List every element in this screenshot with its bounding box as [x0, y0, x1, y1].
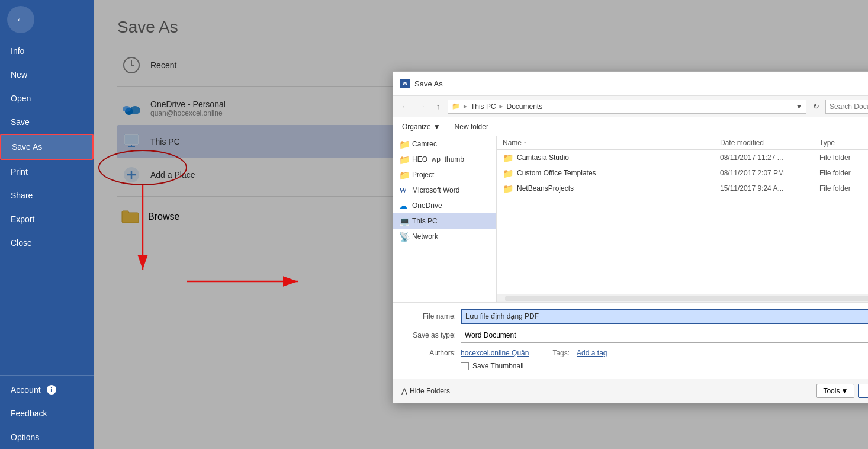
search-box: 🔍 — [825, 100, 868, 114]
filename-label: File name: — [401, 312, 461, 320]
filename-input[interactable] — [465, 312, 868, 320]
saveastype-select[interactable]: Word Document ▼ — [461, 328, 868, 343]
file-type: File folder — [819, 169, 868, 177]
file-type: File folder — [819, 153, 868, 162]
folder-icon: 📁 — [399, 139, 409, 149]
col-date-header[interactable]: Date modified — [720, 139, 815, 147]
footer-buttons: Tools ▼ Save Cancel — [816, 384, 868, 398]
thumbnail-row: Save Thumbnail — [401, 360, 868, 373]
authors-value[interactable]: hocexcel.online Quân — [461, 349, 529, 357]
saveastype-row: Save as type: Word Document ▼ — [401, 328, 868, 343]
sort-arrow-icon: ↑ — [523, 140, 526, 146]
authors-label: Authors: — [401, 349, 461, 357]
address-toolbar: ← → ↑ 📁 ► This PC ► Documents ▼ ↻ 🔍 — [393, 96, 868, 117]
saveastype-value: Word Document — [465, 331, 516, 339]
thumbnail-label: Save Thumbnail — [472, 362, 524, 370]
divider — [0, 375, 94, 376]
dialog-content: 📁 Camrec 📁 HEO_wp_thumb 📁 Project W Micr… — [393, 136, 868, 302]
file-list: 📁 Camtasia Studio 08/11/2017 11:27 ... F… — [497, 150, 868, 294]
nav-microsoft-word[interactable]: W Microsoft Word — [393, 182, 496, 198]
tools-button[interactable]: Tools ▼ — [816, 384, 854, 398]
file-row[interactable]: 📁 Custom Office Templates 08/11/2017 2:0… — [497, 165, 868, 181]
word-nav-icon: W — [399, 185, 409, 195]
onedrive-nav-icon: ☁ — [399, 201, 409, 210]
back-button[interactable]: ← — [7, 6, 34, 33]
hide-folders-button[interactable]: ⋀ Hide Folders — [401, 387, 450, 395]
new-folder-button[interactable]: New folder — [449, 121, 494, 133]
address-bar[interactable]: 📁 ► This PC ► Documents ▼ — [448, 100, 806, 114]
chevron-up-icon: ⋀ — [401, 387, 407, 395]
filename-input-wrapper: ▼ — [461, 309, 868, 324]
nav-network[interactable]: 📡 Network — [393, 229, 496, 244]
file-name: Camtasia Studio — [517, 153, 715, 162]
right-file-pane: Name ↑ Date modified Type Size 📁 Camtasi… — [497, 136, 868, 302]
file-row[interactable]: 📁 NetBeansProjects 15/11/2017 9:24 A... … — [497, 181, 868, 196]
up-button[interactable]: ↑ — [431, 100, 445, 114]
path-documents: Documents — [507, 102, 543, 111]
dialog-title-text: W Save As — [400, 79, 443, 88]
info-icon: i — [47, 385, 56, 395]
file-type: File folder — [819, 184, 868, 193]
tags-label: Tags: — [552, 349, 573, 357]
sidebar-item-export[interactable]: Export — [0, 207, 94, 231]
file-row[interactable]: 📁 Camtasia Studio 08/11/2017 11:27 ... F… — [497, 150, 868, 165]
sidebar-item-share[interactable]: Share — [0, 184, 94, 207]
folder-icon: 📁 — [503, 184, 512, 193]
sidebar-item-account[interactable]: Account i — [0, 378, 94, 402]
file-name: Custom Office Templates — [517, 169, 715, 177]
dialog-footer: ⋀ Hide Folders Tools ▼ Save Cancel — [393, 379, 868, 403]
address-dropdown[interactable]: ▼ — [796, 103, 802, 110]
organize-button[interactable]: Organize ▼ — [398, 121, 445, 133]
organize-toolbar: Organize ▼ New folder ☷ ▼ ? — [393, 117, 868, 136]
chevron-icon: ► — [462, 103, 468, 110]
folder-icon: 📁 — [503, 153, 512, 162]
main-area: Save As Recent OneDrive - Personal quan@… — [94, 0, 868, 449]
thumbnail-checkbox[interactable] — [461, 362, 469, 370]
nav-heo-wp[interactable]: 📁 HEO_wp_thumb — [393, 152, 496, 167]
sidebar-item-options[interactable]: Options — [0, 425, 94, 449]
nav-onedrive[interactable]: ☁ OneDrive — [393, 198, 496, 213]
sidebar-item-close[interactable]: Close — [0, 231, 94, 255]
folder-icon: 📁 — [399, 155, 409, 164]
sidebar-item-open[interactable]: Open — [0, 86, 94, 110]
path-this-pc: This PC — [471, 102, 496, 111]
folder-icon: 📁 — [399, 170, 409, 179]
dialog-overlay: W Save As ✕ ← → ↑ 📁 ► This PC ► Document… — [94, 0, 868, 449]
sidebar-item-feedback[interactable]: Feedback — [0, 402, 94, 425]
sidebar-item-info[interactable]: Info — [0, 39, 94, 63]
tools-chevron-icon: ▼ — [841, 387, 848, 395]
path-icon: 📁 — [452, 102, 460, 110]
dialog-title-label: Save As — [414, 79, 443, 88]
pc-nav-icon: 💻 — [399, 216, 409, 226]
save-button[interactable]: Save — [858, 384, 868, 398]
nav-camrec[interactable]: 📁 Camrec — [393, 136, 496, 152]
saveastype-label: Save as type: — [401, 331, 461, 339]
save-as-dialog: W Save As ✕ ← → ↑ 📁 ► This PC ► Document… — [393, 71, 868, 403]
word-icon: W — [400, 79, 410, 88]
file-date: 08/11/2017 11:27 ... — [720, 153, 815, 162]
search-input[interactable] — [830, 102, 868, 111]
organize-chevron-icon: ▼ — [433, 123, 441, 131]
col-name-header[interactable]: Name ↑ — [503, 139, 715, 147]
horizontal-scrollbar[interactable] — [497, 294, 868, 302]
nav-project[interactable]: 📁 Project — [393, 167, 496, 182]
tags-value[interactable]: Add a tag — [577, 349, 607, 357]
file-list-header: Name ↑ Date modified Type Size — [497, 136, 868, 150]
sidebar-item-save[interactable]: Save — [0, 110, 94, 134]
authors-row: Authors: hocexcel.online Quân Tags: Add … — [401, 347, 868, 360]
sidebar-item-print[interactable]: Print — [0, 160, 94, 184]
col-type-header[interactable]: Type — [819, 139, 868, 147]
folder-icon: 📁 — [503, 168, 512, 178]
sidebar-item-new[interactable]: New — [0, 63, 94, 86]
forward-nav-button[interactable]: → — [414, 100, 429, 114]
nav-this-pc[interactable]: 💻 This PC — [393, 213, 496, 229]
sidebar-item-save-as[interactable]: Save As — [0, 134, 94, 160]
file-date: 15/11/2017 9:24 A... — [720, 184, 815, 193]
file-name: NetBeansProjects — [517, 184, 715, 193]
back-nav-button[interactable]: ← — [398, 100, 412, 114]
scrollbar-track — [505, 296, 868, 301]
dialog-form-area: File name: ▼ Save as type: Word Document… — [393, 302, 868, 379]
filename-row: File name: ▼ — [401, 309, 868, 324]
dialog-title-bar: W Save As ✕ — [393, 72, 868, 96]
refresh-button[interactable]: ↻ — [809, 100, 823, 114]
